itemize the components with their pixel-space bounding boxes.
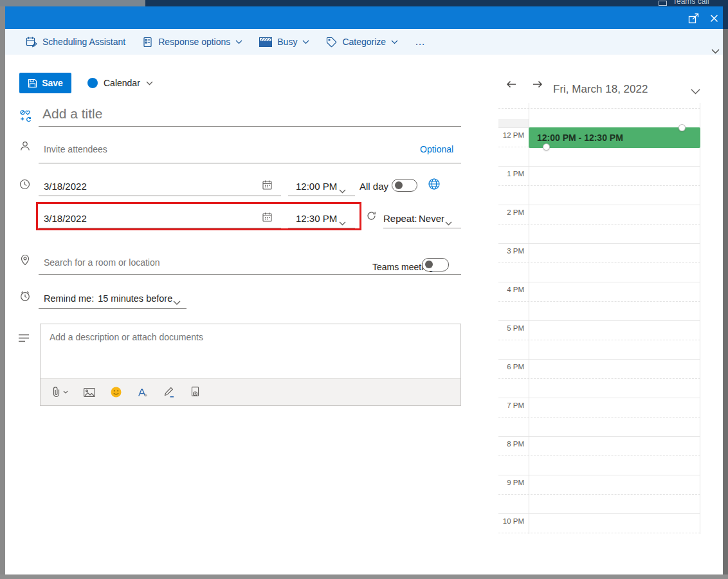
insert-image-button[interactable] bbox=[84, 388, 95, 397]
repeat-refresh-icon[interactable] bbox=[366, 210, 377, 224]
hour-label: 12 PM bbox=[498, 131, 524, 140]
window-frame-right-top bbox=[723, 6, 728, 29]
description-editor[interactable]: Add a description or attach documents bbox=[40, 324, 461, 406]
hour-label: 3 PM bbox=[498, 246, 524, 255]
gutter-separator bbox=[529, 103, 529, 534]
optional-attendees-link[interactable]: Optional bbox=[420, 144, 453, 154]
calendar-color-dot bbox=[87, 78, 98, 88]
preview-date-heading[interactable]: Fri, March 18, 2022 bbox=[553, 83, 648, 96]
busy-status-button[interactable]: Busy bbox=[259, 37, 309, 47]
calendar-selector-label: Calendar bbox=[104, 78, 140, 88]
draw-pen-button[interactable] bbox=[163, 387, 175, 398]
background-app-title: Teams call bbox=[673, 0, 709, 6]
repeat-label: Repeat: bbox=[383, 213, 417, 224]
toolbar-item-label: Response options bbox=[158, 37, 230, 47]
scheduling-assistant-icon bbox=[26, 36, 37, 48]
start-time-select[interactable]: 12:00 PM bbox=[296, 181, 337, 192]
chevron-down-icon bbox=[146, 81, 153, 86]
document-insert-icon bbox=[190, 387, 200, 398]
close-icon[interactable] bbox=[707, 11, 721, 25]
field-underline bbox=[288, 196, 355, 196]
clear-formatting-button[interactable] bbox=[137, 387, 148, 398]
hour-label: 10 PM bbox=[498, 517, 524, 526]
repeat-select[interactable]: Never bbox=[419, 213, 444, 224]
chevron-down-icon[interactable] bbox=[339, 217, 346, 228]
event-editor-dialog: Scheduling Assistant Response options Bu… bbox=[5, 6, 723, 574]
save-label: Save bbox=[42, 78, 63, 88]
teams-meeting-toggle[interactable] bbox=[422, 258, 449, 271]
next-day-arrow[interactable] bbox=[531, 77, 546, 91]
clear-formatting-icon bbox=[137, 387, 148, 398]
event-resize-handle-bottom[interactable] bbox=[543, 143, 550, 151]
chevron-down-icon[interactable] bbox=[173, 297, 181, 308]
day-preview-grid[interactable]: 12 PM 1 PM 2 PM 3 PM 4 PM 5 PM 6 PM 7 PM… bbox=[498, 103, 700, 534]
window-frame-left bbox=[0, 6, 5, 574]
field-underline bbox=[39, 308, 187, 309]
scheduling-assistant-button[interactable]: Scheduling Assistant bbox=[26, 36, 125, 48]
title-input[interactable]: Add a title bbox=[42, 106, 102, 122]
event-resize-handle-top[interactable] bbox=[678, 124, 686, 131]
reminder-select[interactable]: Remind me: 15 minutes before bbox=[44, 293, 172, 304]
field-underline bbox=[39, 126, 461, 127]
pen-icon bbox=[163, 387, 175, 398]
hour-label: 6 PM bbox=[498, 362, 524, 371]
toggle-knob bbox=[425, 261, 433, 268]
previous-day-arrow[interactable] bbox=[505, 77, 520, 91]
description-placeholder: Add a description or attach documents bbox=[50, 332, 203, 342]
description-lines-icon bbox=[18, 333, 30, 345]
categorize-tag-icon bbox=[326, 37, 337, 48]
location-input[interactable]: Search for a room or location bbox=[44, 257, 160, 268]
end-date-calendar-icon[interactable] bbox=[262, 212, 273, 225]
command-toolbar: Scheduling Assistant Response options Bu… bbox=[5, 29, 723, 55]
popout-icon[interactable] bbox=[686, 11, 700, 25]
start-date-input[interactable]: 3/18/2022 bbox=[44, 181, 87, 192]
emoji-button[interactable] bbox=[111, 387, 122, 398]
window-frame-bottom bbox=[0, 574, 728, 579]
gutter-shade bbox=[498, 119, 529, 127]
dialog-titlebar bbox=[5, 6, 723, 29]
chevron-down-icon bbox=[711, 49, 720, 54]
toggle-knob bbox=[395, 181, 403, 189]
field-underline bbox=[288, 228, 355, 228]
field-underline bbox=[39, 196, 281, 196]
insert-document-button[interactable] bbox=[190, 387, 200, 398]
chevron-down-icon[interactable] bbox=[691, 86, 700, 97]
end-date-input[interactable]: 3/18/2022 bbox=[44, 213, 87, 224]
paperclip-icon bbox=[52, 387, 60, 398]
calendar-event-block[interactable]: 12:00 PM - 12:30 PM bbox=[529, 127, 700, 148]
chevron-down-icon bbox=[391, 40, 398, 44]
all-day-label: All day bbox=[359, 181, 388, 192]
reminder-label: Remind me: bbox=[44, 293, 94, 304]
start-date-calendar-icon[interactable] bbox=[262, 179, 273, 193]
hour-label: 5 PM bbox=[498, 324, 524, 333]
save-button[interactable]: Save bbox=[19, 73, 71, 93]
attach-file-button[interactable] bbox=[52, 387, 68, 398]
event-emoji-picker-icon[interactable] bbox=[19, 109, 32, 125]
end-time-select[interactable]: 12:30 PM bbox=[296, 213, 337, 224]
toolbar-item-label: Scheduling Assistant bbox=[42, 37, 125, 47]
toolbar-item-label: Busy bbox=[277, 37, 297, 47]
background-app-strip-gray bbox=[0, 0, 145, 6]
save-icon bbox=[28, 78, 37, 88]
share-window-icon bbox=[659, 1, 667, 6]
response-options-icon bbox=[142, 37, 153, 48]
chevron-down-icon[interactable] bbox=[339, 185, 346, 196]
location-pin-icon bbox=[20, 254, 30, 268]
arrow-right-icon bbox=[531, 78, 544, 91]
attendees-input[interactable]: Invite attendees bbox=[44, 144, 107, 154]
hour-label: 2 PM bbox=[498, 208, 524, 217]
chevron-down-icon[interactable] bbox=[445, 217, 452, 228]
busy-status-icon bbox=[259, 37, 272, 47]
collapse-toolbar-chevron[interactable] bbox=[711, 45, 720, 57]
hour-label: 4 PM bbox=[498, 285, 524, 294]
calendar-selector[interactable]: Calendar bbox=[87, 77, 153, 89]
response-options-button[interactable]: Response options bbox=[142, 37, 242, 48]
reminder-value: 15 minutes before bbox=[98, 293, 172, 304]
categorize-button[interactable]: Categorize bbox=[326, 37, 398, 48]
all-day-toggle[interactable] bbox=[392, 179, 417, 192]
timezone-globe-icon[interactable] bbox=[427, 177, 441, 194]
hour-label: 8 PM bbox=[498, 439, 524, 448]
arrow-left-icon bbox=[505, 78, 518, 91]
toolbar-item-label: Categorize bbox=[342, 37, 386, 47]
more-options-button[interactable]: … bbox=[415, 36, 426, 48]
